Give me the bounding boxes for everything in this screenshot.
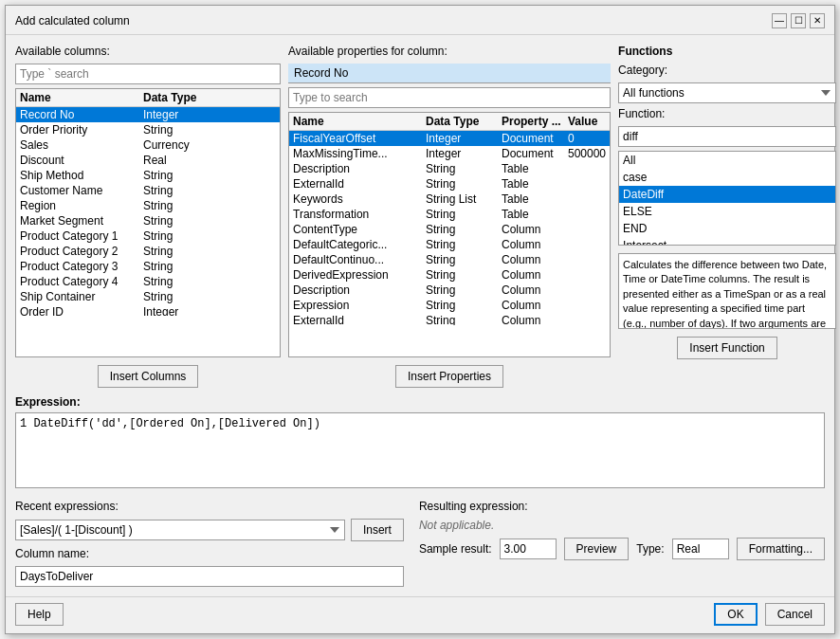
available-properties-label: Available properties for column:	[288, 45, 611, 58]
available-column-row[interactable]: RegionString	[16, 198, 280, 213]
available-columns-list: Name Data Type Record NoIntegerOrder Pri…	[15, 88, 281, 357]
property-row[interactable]: ExpressionStringColumn	[289, 298, 610, 313]
insert-columns-btn-row: Insert Columns	[15, 365, 281, 388]
property-row[interactable]: ExternalIdStringColumn	[289, 313, 610, 325]
titlebar: Add calculated column — ☐ ✕	[6, 6, 834, 35]
functions-panel: Functions Category: All functions Functi…	[618, 45, 836, 388]
available-column-row[interactable]: Order PriorityString	[16, 122, 280, 137]
category-label: Category:	[618, 64, 836, 77]
available-columns-scroll[interactable]: Record NoIntegerOrder PriorityStringSale…	[16, 107, 280, 316]
ok-button[interactable]: OK	[714, 603, 757, 626]
available-column-row[interactable]: Product Category 2String	[16, 244, 280, 259]
function-label: Function:	[618, 107, 836, 120]
property-row[interactable]: MaxMissingTime...IntegerDocument500000	[289, 146, 610, 161]
property-row[interactable]: DefaultContinuo...StringColumn	[289, 252, 610, 267]
type-input[interactable]	[672, 539, 729, 559]
top-section: Available columns: Name Data Type Record…	[15, 45, 825, 388]
function-list-item[interactable]: case	[619, 169, 835, 186]
sample-result-label: Sample result:	[419, 542, 492, 556]
property-row[interactable]: ExternalIdStringTable	[289, 176, 610, 192]
column-name-input[interactable]	[15, 566, 404, 587]
bottom-section: Recent expressions: [Sales]/( 1-[Discoun…	[15, 500, 825, 587]
properties-scroll[interactable]: FiscalYearOffsetIntegerDocument0MaxMissi…	[289, 131, 610, 325]
sample-row: Sample result: Preview Type: Formatting.…	[419, 538, 825, 560]
formatting-button[interactable]: Formatting...	[737, 538, 825, 560]
dialog-body: Available columns: Name Data Type Record…	[6, 35, 834, 596]
insert-recent-button[interactable]: Insert	[351, 519, 404, 541]
property-row[interactable]: FiscalYearOffsetIntegerDocument0	[289, 131, 610, 146]
selected-column-display: Record No	[288, 64, 611, 83]
properties-search[interactable]	[288, 87, 611, 108]
available-column-row[interactable]: Market SegmentString	[16, 213, 280, 228]
right-bottom: Resulting expression: Not applicable. Sa…	[419, 500, 825, 560]
prop-val-header: Value	[568, 115, 606, 128]
minimize-button[interactable]: —	[772, 13, 787, 28]
footer: Help OK Cancel	[6, 596, 834, 633]
expression-textarea[interactable]: 1 DateDiff('dd',[Ordered On],[Delivered …	[15, 412, 825, 488]
column-name-label: Column name:	[15, 547, 404, 560]
insert-properties-button[interactable]: Insert Properties	[395, 365, 503, 388]
prop-prop-header: Property ...	[502, 115, 568, 128]
close-button[interactable]: ✕	[810, 13, 825, 28]
property-row[interactable]: TransformationStringTable	[289, 207, 610, 222]
expression-label: Expression:	[15, 395, 825, 409]
property-row[interactable]: DefaultCategoric...StringColumn	[289, 237, 610, 252]
titlebar-controls: — ☐ ✕	[772, 13, 825, 28]
recent-expressions-dropdown[interactable]: [Sales]/( 1-[Discount] )	[15, 520, 345, 540]
available-column-row[interactable]: SalesCurrency	[16, 137, 280, 153]
help-button[interactable]: Help	[15, 603, 64, 626]
function-list-item[interactable]: DateDiff	[619, 186, 835, 203]
available-columns-search[interactable]	[15, 64, 281, 84]
prop-name-header: Name	[293, 115, 426, 128]
property-row[interactable]: DescriptionStringColumn	[289, 283, 610, 298]
expression-section: Expression: 1 DateDiff('dd',[Ordered On]…	[15, 395, 825, 488]
footer-right: OK Cancel	[714, 603, 825, 626]
available-column-row[interactable]: Product Category 3String	[16, 259, 280, 274]
preview-button[interactable]: Preview	[564, 538, 630, 560]
col-datatype-header: Data Type	[143, 91, 276, 104]
available-column-row[interactable]: Ship ContainerString	[16, 289, 280, 304]
function-search-input[interactable]	[618, 126, 836, 147]
sample-result-input[interactable]	[500, 539, 557, 559]
available-column-row[interactable]: Ship MethodString	[16, 168, 280, 183]
functions-label: Functions	[618, 45, 836, 58]
category-dropdown[interactable]: All functions	[618, 82, 836, 103]
resulting-expression-label: Resulting expression:	[419, 500, 825, 513]
available-column-row[interactable]: Product Category 1String	[16, 228, 280, 244]
left-bottom: Recent expressions: [Sales]/( 1-[Discoun…	[15, 500, 404, 587]
function-list-item[interactable]: Intersect	[619, 237, 835, 246]
type-label: Type:	[636, 542, 664, 556]
insert-columns-button[interactable]: Insert Columns	[98, 365, 199, 388]
available-column-row[interactable]: Customer NameString	[16, 183, 280, 198]
function-list[interactable]: AllcaseDateDiffELSEENDIntersectIQR	[618, 151, 836, 246]
insert-function-button[interactable]: Insert Function	[677, 337, 776, 359]
property-row[interactable]: DerivedExpressionStringColumn	[289, 267, 610, 283]
available-column-row[interactable]: DiscountReal	[16, 153, 280, 168]
resulting-expression-value: Not applicable.	[419, 519, 825, 532]
function-list-item[interactable]: END	[619, 220, 835, 237]
prop-dtype-header: Data Type	[426, 115, 502, 128]
function-list-item[interactable]: All	[619, 152, 835, 169]
function-description: Calculates the difference between two Da…	[618, 253, 836, 329]
properties-list-header: Name Data Type Property ... Value	[289, 113, 610, 131]
available-column-row[interactable]: Product Category 4String	[16, 274, 280, 289]
add-calculated-column-dialog: Add calculated column — ☐ ✕ Available co…	[5, 5, 835, 634]
recent-row: [Sales]/( 1-[Discount] ) Insert	[15, 519, 404, 541]
insert-properties-btn-row: Insert Properties	[288, 365, 611, 388]
dialog-title: Add calculated column	[15, 14, 130, 27]
available-columns-header: Name Data Type	[16, 89, 280, 107]
maximize-button[interactable]: ☐	[791, 13, 806, 28]
available-columns-panel: Available columns: Name Data Type Record…	[15, 45, 281, 388]
property-row[interactable]: KeywordsString ListTable	[289, 192, 610, 207]
properties-list: Name Data Type Property ... Value Fiscal…	[288, 112, 611, 357]
available-properties-panel: Available properties for column: Record …	[288, 45, 611, 388]
available-columns-label: Available columns:	[15, 45, 281, 58]
function-list-item[interactable]: ELSE	[619, 203, 835, 220]
property-row[interactable]: DescriptionStringTable	[289, 161, 610, 176]
property-row[interactable]: ContentTypeStringColumn	[289, 222, 610, 237]
recent-expressions-label: Recent expressions:	[15, 500, 404, 513]
available-column-row[interactable]: Record NoInteger	[16, 107, 280, 122]
col-name-header: Name	[20, 91, 143, 104]
available-column-row[interactable]: Order IDInteger	[16, 304, 280, 316]
cancel-button[interactable]: Cancel	[765, 603, 825, 626]
